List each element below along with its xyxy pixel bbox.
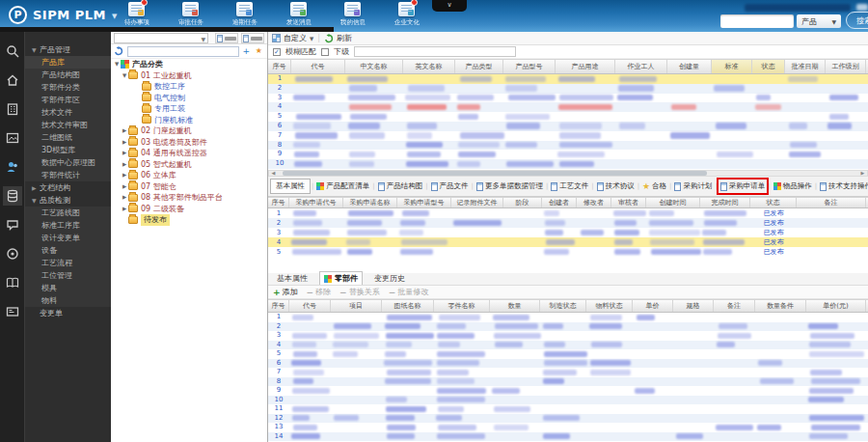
sidebar-item-0-6[interactable]: 二维图纸: [25, 131, 111, 144]
tree-node-5[interactable]: ▶06 立体库: [111, 170, 267, 181]
column-header[interactable]: 产品类型: [455, 60, 503, 73]
column-header[interactable]: 代号: [289, 300, 331, 312]
sidebar-item-2-2[interactable]: 设计变更单: [25, 232, 111, 244]
action-button-10[interactable]: 物品操作: [772, 180, 814, 193]
detail-tab-2[interactable]: 变更历史: [370, 272, 409, 285]
detail-button-0[interactable]: +添加: [273, 287, 298, 297]
action-button-9[interactable]: 采购申请单: [719, 180, 768, 193]
column-header[interactable]: 零件名称: [434, 300, 490, 312]
module-my-info[interactable]: 我的信息: [330, 2, 375, 27]
column-header[interactable]: 备注: [714, 300, 755, 312]
sidebar-item-0-5[interactable]: 技术文件审图: [25, 119, 111, 131]
refresh-icon[interactable]: [114, 46, 123, 56]
sidebar-item-2-0[interactable]: 工艺路线图: [25, 207, 111, 219]
table-row[interactable]: 5: [268, 112, 868, 122]
sidebar-section-0[interactable]: ▼产品管理: [25, 43, 111, 56]
table-row[interactable]: 3: [268, 94, 868, 103]
action-button-3[interactable]: 产品文件: [429, 180, 471, 193]
tree-filter-input[interactable]: [127, 46, 239, 57]
table-row[interactable]: 9: [268, 150, 868, 159]
column-header[interactable]: 单价(元): [806, 300, 866, 312]
horizontal-scrollbar[interactable]: ◀ ▶: [268, 170, 868, 177]
detail-tab-0[interactable]: 基本属性: [273, 272, 312, 285]
table-row[interactable]: 1: [268, 74, 868, 84]
module-send-message[interactable]: 发送消息: [276, 2, 321, 27]
column-header[interactable]: 阶段: [503, 198, 542, 207]
tree-save-button[interactable]: [215, 33, 238, 43]
table-row[interactable]: 3已发布: [268, 228, 868, 237]
sidebar-section-3[interactable]: 变更单: [25, 307, 111, 319]
sidebar-item-0-2[interactable]: 零部件分类: [25, 81, 111, 94]
users-icon[interactable]: [6, 160, 19, 174]
search-category-select[interactable]: 产品 ▼: [797, 14, 841, 28]
caret-icon[interactable]: ▶: [121, 204, 128, 215]
tree-node-9[interactable]: 待发布: [111, 214, 267, 226]
add-node-icon[interactable]: +: [242, 45, 250, 57]
favorite-star-icon[interactable]: ★: [256, 45, 262, 57]
table-row[interactable]: 14: [268, 432, 868, 442]
sublevel-checkbox[interactable]: [321, 48, 329, 56]
tree-root[interactable]: ▼产品分类: [111, 59, 267, 70]
sidebar-item-0-3[interactable]: 零部件库区: [25, 94, 111, 106]
sidebar-item-0-4[interactable]: 技术文件: [25, 106, 111, 119]
column-header[interactable]: 单价: [633, 300, 673, 312]
tree-child-0-3[interactable]: 门座机标准: [111, 115, 267, 126]
tree-node-8[interactable]: ▶09 二级装备: [111, 204, 267, 215]
sidebar-section-2[interactable]: ▼品质检测: [25, 194, 111, 207]
sidebar-section-1[interactable]: ▶文档结构: [25, 181, 111, 194]
app-logo[interactable]: P SIPM PLM ▼: [9, 6, 117, 24]
column-header[interactable]: 产品用途: [556, 60, 615, 73]
table-row[interactable]: 1已发布: [268, 208, 868, 218]
caret-icon[interactable]: ▶: [121, 159, 128, 171]
caret-icon[interactable]: ▶: [121, 148, 128, 159]
sidebar-item-2-7[interactable]: 物料: [25, 294, 111, 307]
sidebar-item-0-8[interactable]: 数据中心原理图: [25, 156, 111, 169]
table-row[interactable]: 10: [268, 396, 868, 405]
table-row[interactable]: 8: [268, 377, 868, 387]
tree-node-7[interactable]: ▶08 其他零部件制品平台: [111, 192, 267, 204]
table-row[interactable]: 2: [268, 84, 868, 94]
column-header[interactable]: 修改者: [577, 198, 611, 207]
tree-view-combobox[interactable]: ▼: [114, 33, 208, 43]
column-header[interactable]: 工作级别: [826, 60, 866, 73]
column-header[interactable]: 产品型号: [503, 60, 556, 73]
sidebar-item-0-0[interactable]: 产品库: [25, 56, 111, 69]
detail-tab-1[interactable]: 零部件: [319, 271, 363, 285]
column-header[interactable]: 物料状态: [586, 300, 633, 312]
column-header[interactable]: 图纸名称: [382, 300, 434, 312]
table-row[interactable]: 11: [268, 404, 868, 414]
tree-node-4[interactable]: ▶05 智式起重机: [111, 159, 267, 171]
column-header[interactable]: 状态: [750, 198, 797, 207]
module-overdue-task[interactable]: 逾期任务: [222, 2, 267, 27]
caret-icon[interactable]: ▶: [121, 137, 128, 149]
sidebar-item-2-5[interactable]: 工位管理: [25, 269, 111, 282]
caret-icon[interactable]: ▶: [121, 192, 128, 204]
column-header[interactable]: 规格: [673, 300, 714, 312]
action-button-0[interactable]: 基本属性: [270, 179, 311, 194]
card-icon[interactable]: [6, 305, 19, 318]
column-header[interactable]: 记录附件文件: [451, 198, 503, 207]
column-header[interactable]: 制造状态: [540, 300, 586, 312]
action-button-1[interactable]: 产品配置清单: [314, 180, 371, 193]
table-row[interactable]: 1: [268, 313, 868, 322]
column-header[interactable]: 状态: [752, 60, 785, 73]
building-icon[interactable]: [6, 102, 19, 116]
column-header[interactable]: 代号: [291, 60, 345, 73]
gallery-icon[interactable]: [6, 131, 19, 145]
column-header[interactable]: 创建时间: [646, 198, 700, 207]
table-row[interactable]: 8: [268, 141, 868, 151]
table-row[interactable]: 6: [268, 359, 868, 369]
quick-filter-input[interactable]: [354, 46, 516, 57]
tree-node-0[interactable]: ▼01 工业起重机: [111, 70, 267, 82]
sidebar-item-0-1[interactable]: 产品结构图: [25, 69, 111, 81]
action-button-6[interactable]: 技术协议: [595, 180, 637, 193]
global-search-input[interactable]: [720, 14, 794, 28]
sidebar-item-2-4[interactable]: 工艺流程: [25, 257, 111, 269]
action-button-7[interactable]: ★合格: [640, 180, 668, 193]
column-header[interactable]: 序号: [268, 198, 289, 207]
action-button-8[interactable]: 采购计划: [672, 180, 714, 193]
tree-export-button[interactable]: [241, 33, 264, 43]
custom-view-button[interactable]: 自定义 ▼: [272, 33, 313, 43]
column-header[interactable]: 采购申请名称: [343, 198, 397, 207]
sidebar-item-0-9[interactable]: 零部件统计: [25, 169, 111, 181]
